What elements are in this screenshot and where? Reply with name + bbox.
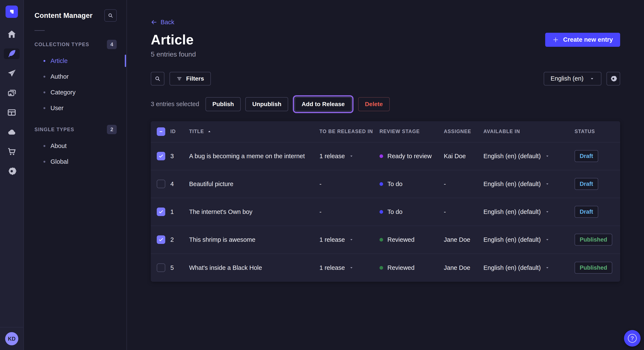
nav-releases[interactable] — [4, 68, 20, 79]
locale-caret — [545, 265, 550, 270]
nav-media-library[interactable] — [4, 88, 20, 98]
row-checkbox[interactable] — [157, 235, 165, 244]
create-new-entry-button[interactable]: Create new entry — [545, 33, 620, 47]
section-label: COLLECTION TYPES — [34, 42, 89, 47]
list-search-button[interactable] — [151, 72, 164, 85]
subnav-item-category[interactable]: Category — [24, 84, 126, 100]
publish-button[interactable]: Publish — [206, 97, 241, 111]
row-review-stage: To do — [380, 180, 444, 187]
row-available-in[interactable]: English (en) (default) — [484, 208, 574, 215]
table-row[interactable]: 2 This shrimp is awesome 1 release Revie… — [151, 226, 620, 254]
subnav-item-list: Article Author Category User — [24, 53, 126, 116]
chevron-down-icon — [349, 237, 354, 242]
filter-icon — [176, 76, 182, 82]
subnav-item-list: About Global — [24, 138, 126, 170]
delete-button[interactable]: Delete — [358, 97, 390, 111]
row-available-in[interactable]: English (en) (default) — [484, 236, 574, 243]
row-review-stage: Reviewed — [380, 236, 444, 243]
check-icon — [158, 237, 164, 242]
arrow-left-icon — [151, 19, 157, 25]
row-release[interactable]: 1 release — [320, 153, 380, 160]
subnav-section: SINGLE TYPES 2 About Global — [24, 125, 126, 170]
select-all-checkbox[interactable] — [157, 127, 165, 136]
row-release[interactable]: - — [320, 208, 380, 215]
locale-value: English (en) — [550, 75, 584, 82]
row-review-stage: To do — [380, 208, 444, 215]
check-icon — [158, 153, 164, 159]
nav-settings[interactable] — [4, 166, 20, 176]
status-badge: Draft — [574, 206, 598, 218]
subnav-divider — [34, 30, 45, 31]
table-row[interactable]: 1 The internet's Own boy - To do - Engli… — [151, 198, 620, 226]
table-row[interactable]: 3 A bug is becoming a meme on the intern… — [151, 143, 620, 170]
search-icon — [108, 12, 114, 18]
subnav-title: Content Manager — [34, 11, 93, 19]
row-title: A bug is becoming a meme on the internet — [189, 153, 320, 160]
view-settings-button[interactable] — [606, 72, 620, 85]
user-avatar[interactable]: KD — [5, 332, 18, 345]
row-checkbox[interactable] — [157, 207, 165, 216]
unpublish-button[interactable]: Unpublish — [245, 97, 288, 111]
column-header-available-in: AVAILABLE IN — [484, 129, 574, 134]
filters-button[interactable]: Filters — [170, 72, 211, 85]
back-link[interactable]: Back — [151, 19, 174, 26]
row-assignee: - — [444, 208, 484, 215]
subnav-search-button[interactable] — [104, 9, 117, 22]
row-available-in[interactable]: English (en) (default) — [484, 153, 574, 160]
row-release[interactable]: 1 release — [320, 264, 380, 271]
row-checkbox[interactable] — [157, 263, 165, 272]
cart-icon — [7, 147, 16, 156]
locale-select[interactable]: English (en) — [544, 72, 602, 85]
row-checkbox[interactable] — [157, 180, 165, 188]
nav-home[interactable] — [4, 29, 20, 39]
paper-plane-icon — [7, 69, 16, 78]
entries-table: ID TITLE TO BE RELEASED IN REVIEW STAGE … — [151, 121, 620, 282]
chevron-down-icon — [545, 154, 550, 159]
locale-caret — [545, 209, 550, 214]
help-button[interactable]: ? — [624, 330, 640, 347]
locale-caret — [545, 237, 550, 242]
nav-marketplace[interactable] — [4, 146, 20, 157]
locale-caret — [545, 154, 550, 159]
row-available-in[interactable]: English (en) (default) — [484, 264, 574, 271]
table-header-row: ID TITLE TO BE RELEASED IN REVIEW STAGE … — [151, 121, 620, 143]
row-available-in[interactable]: English (en) (default) — [484, 180, 574, 187]
row-release[interactable]: 1 release — [320, 236, 380, 243]
review-stage-dot — [380, 266, 383, 270]
subnav-item-author[interactable]: Author — [24, 69, 126, 84]
table-row[interactable]: 4 Beautiful picture - To do - English (e… — [151, 170, 620, 198]
column-header-status: STATUS — [574, 129, 620, 134]
bullet-icon — [44, 91, 45, 93]
row-assignee: Jane Doe — [444, 264, 484, 271]
subnav-item-article[interactable]: Article — [24, 53, 126, 69]
review-stage-dot — [380, 182, 383, 186]
row-release[interactable]: - — [320, 180, 380, 187]
chevron-down-icon — [545, 265, 550, 270]
row-checkbox[interactable] — [157, 152, 165, 160]
subnav-item-user[interactable]: User — [24, 100, 126, 116]
table-row[interactable]: 5 What's inside a Black Hole 1 release R… — [151, 254, 620, 282]
column-header-id: ID — [170, 129, 189, 134]
nav-deploy[interactable] — [4, 127, 20, 137]
question-icon: ? — [628, 334, 637, 343]
main-content: Back Article 5 entries found Create new … — [127, 0, 644, 350]
nav-content-manager[interactable] — [4, 48, 20, 59]
page-title: Article — [151, 33, 196, 47]
feather-icon — [7, 49, 16, 58]
column-header-title[interactable]: TITLE — [189, 129, 320, 134]
subnav-sections: COLLECTION TYPES 4 Article Author Catego… — [24, 40, 126, 170]
add-to-release-button[interactable]: Add to Release — [295, 97, 352, 111]
subnav: Content Manager COLLECTION TYPES 4 Artic… — [24, 0, 127, 350]
subnav-item-about[interactable]: About — [24, 138, 126, 154]
nav-content-type-builder[interactable] — [4, 107, 20, 118]
status-badge: Published — [574, 262, 612, 274]
cloud-icon — [7, 127, 16, 137]
subnav-section: COLLECTION TYPES 4 Article Author Catego… — [24, 40, 126, 116]
bullet-icon — [44, 161, 45, 163]
release-caret — [349, 265, 354, 270]
entries-count: 5 entries found — [151, 50, 196, 58]
back-label: Back — [160, 19, 174, 26]
strapi-logo[interactable] — [6, 5, 18, 18]
subnav-item-global[interactable]: Global — [24, 154, 126, 170]
bullet-icon — [44, 76, 45, 78]
